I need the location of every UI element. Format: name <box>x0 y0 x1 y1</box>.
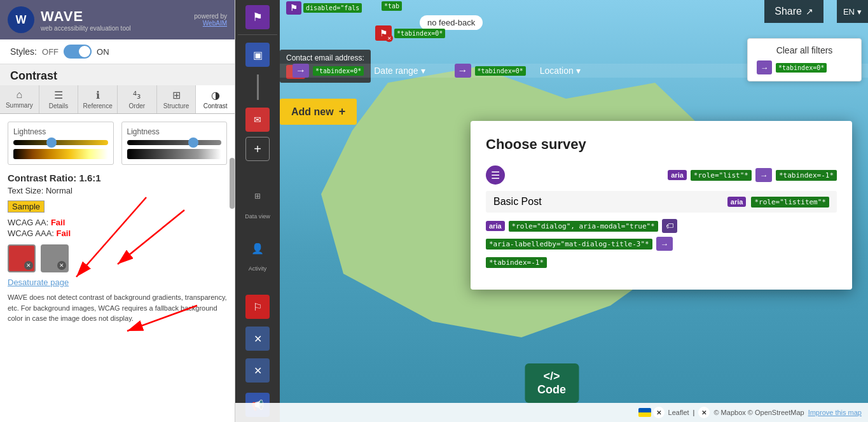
sidebar-icon-error1[interactable]: ⚐ <box>245 295 270 319</box>
slider-track-left[interactable] <box>13 140 108 145</box>
slider-thumb-left[interactable] <box>46 137 57 148</box>
sidebar-icon-email[interactable]: ✉ <box>245 108 270 132</box>
basic-post-row[interactable]: Basic Post aria *role="listitem"* <box>486 191 837 213</box>
language-selector[interactable]: EN ▾ <box>837 0 868 23</box>
bottom-x-button[interactable]: ✕ <box>698 407 710 418</box>
location-label: Location <box>540 66 574 76</box>
tab-details[interactable]: ☰ Details <box>39 85 79 113</box>
modal-title: Choose survey <box>486 136 837 153</box>
scroll-indicator[interactable] <box>230 158 235 209</box>
contrast-icon: ◑ <box>211 89 220 101</box>
tab-code-tag-1: *tab <box>382 1 402 11</box>
activity-label: Activity <box>238 265 277 272</box>
contrast-section-title: Contrast <box>0 64 235 85</box>
aria-badge-role-list: aria <box>668 170 687 180</box>
sample-box: Sample <box>8 200 45 213</box>
leaflet-credit[interactable]: Leaflet <box>668 409 689 416</box>
tab-contrast[interactable]: ◑ Contrast <box>196 85 235 113</box>
main-content: ⚑ ▣ ✉ + ⊞ Data view 👤 Activity ⚐ ✕ <box>235 0 868 422</box>
text-size-line: Text Size: Normal <box>8 186 227 195</box>
wave-annotation-tab1: *tab <box>382 1 402 11</box>
sidebar-icon-error3[interactable]: ✕ <box>245 358 270 383</box>
color-swatches: ✕ ✕ <box>8 244 227 272</box>
add-new-button[interactable]: Add new + <box>280 99 357 125</box>
code-button-icon: </> <box>543 370 560 383</box>
wcag-aaa-line: WCAG AAA: Fail <box>8 229 227 238</box>
tab-reference[interactable]: ℹ Reference <box>78 85 118 113</box>
wave-subtitle: web accessibility evaluation tool <box>41 25 131 32</box>
location-group: → *tabindex=0* <box>455 64 526 78</box>
styles-toggle[interactable] <box>64 45 92 59</box>
sidebar-icon-error2[interactable]: ✕ <box>245 327 270 351</box>
pipe-separator: | <box>693 409 695 416</box>
choose-survey-modal: Choose survey ☰ aria *role="list"* → *ta… <box>471 121 852 290</box>
styles-off-label: OFF <box>42 47 59 57</box>
add-new-label: Add new <box>291 106 334 118</box>
aria-badge-dialog: aria <box>486 221 505 231</box>
wave-title: WAVE <box>41 8 131 25</box>
aria-badge-listitem: aria <box>727 197 747 207</box>
wave-powered-by: powered by WebAIM <box>194 13 227 27</box>
tab-reference-label: Reference <box>83 102 113 109</box>
dialog-code: *role="dialog", aria-modal="true"* <box>509 221 658 232</box>
date-range-filter[interactable]: Date range ▾ <box>374 66 425 76</box>
data-icon: ⊞ <box>254 192 261 200</box>
color-bar-left <box>13 149 108 159</box>
tab-summary-label: Summary <box>6 102 33 109</box>
code-button[interactable]: </> Code <box>525 363 579 403</box>
add-icon: + <box>254 142 261 157</box>
swatch-right[interactable]: ✕ <box>41 244 69 272</box>
date-range-label: Date range <box>374 66 418 76</box>
role-listitem-code: *role="listitem"* <box>751 197 829 207</box>
basic-post-label: Basic Post <box>493 196 542 207</box>
sidebar-icon-1[interactable]: ⚑ <box>245 5 270 29</box>
clear-filter-arrow-icon: → <box>757 60 772 74</box>
lightness-label-left: Lightness <box>13 127 108 136</box>
desaturate-link[interactable]: Desaturate page <box>8 278 227 287</box>
code-button-label: Code <box>537 383 566 397</box>
vertical-divider <box>257 74 259 100</box>
tabindex-neg1-dialog-code: *tabindex=-1* <box>486 257 547 268</box>
swatch-left-x[interactable]: ✕ <box>24 261 33 270</box>
tab-structure[interactable]: ⊞ Structure <box>157 85 196 113</box>
slider-thumb-right[interactable] <box>188 137 198 148</box>
tab-structure-label: Structure <box>163 102 189 109</box>
x-badge-1: ✕ <box>385 34 393 42</box>
location-filter[interactable]: Location ▾ <box>540 66 581 76</box>
contact-email-text: Contact email address: <box>286 53 364 62</box>
labelledby-code: *aria-labelledby="mat-dialog-title-3"* <box>486 239 652 250</box>
location-arrow-icon: → <box>455 64 471 78</box>
data-label: Data view <box>238 213 277 220</box>
sidebar-icon-form[interactable]: ▣ <box>245 43 270 67</box>
color-bar-right <box>127 149 222 159</box>
share-button[interactable]: Share ↗ <box>764 0 823 23</box>
lang-label: EN <box>843 7 855 17</box>
sidebar-icon-add[interactable]: + <box>245 137 270 161</box>
sidebar-icon-data[interactable]: ⊞ <box>245 184 270 208</box>
email-icon: ✉ <box>254 115 261 125</box>
wave-annotation-disabled: ⚑ disabled="fals <box>286 1 362 15</box>
slider-track-right[interactable] <box>127 140 222 145</box>
lang-chevron: ▾ <box>857 7 862 17</box>
wave-icon-disabled: ⚑ <box>286 1 301 15</box>
swatch-right-x[interactable]: ✕ <box>57 261 66 270</box>
sidebar-icon-activity[interactable]: 👤 <box>245 236 270 260</box>
location-tabindex: *tabindex=0* <box>475 66 526 76</box>
improve-map-link[interactable]: Improve this map <box>808 409 862 416</box>
webaim-link[interactable]: WebAIM <box>203 20 227 27</box>
tab-code-far-right: *tabindex=0* <box>394 29 445 38</box>
order-icon: ⁴₃ <box>133 89 141 101</box>
tab-order[interactable]: ⁴₃ Order <box>118 85 157 113</box>
info-icon: ℹ <box>96 89 100 101</box>
share-icon: ↗ <box>806 6 813 17</box>
date-range-chevron: ▾ <box>421 66 425 76</box>
flag-x-button[interactable]: ✕ <box>653 407 665 418</box>
contrast-ratio-value: 1.6:1 <box>79 172 101 183</box>
styles-label: Styles: <box>10 46 37 57</box>
text-size-value: Normal <box>46 186 72 195</box>
wave-logo[interactable]: W <box>8 6 34 33</box>
swatch-left[interactable]: ✕ <box>8 244 36 272</box>
tab-summary[interactable]: ⌂ Summary <box>0 85 39 113</box>
role-list-code: *role="list"* <box>691 170 752 181</box>
modal-row-tabindex: *tabindex=-1* <box>486 257 837 268</box>
